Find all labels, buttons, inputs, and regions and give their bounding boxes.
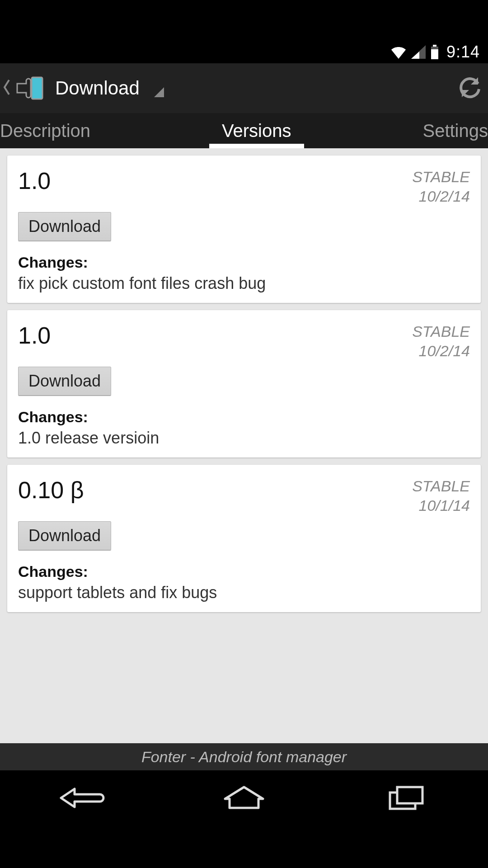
cell-signal-icon (411, 45, 426, 59)
wifi-icon (390, 45, 407, 59)
tab-versions[interactable]: Versions (104, 113, 409, 148)
status-clock: 9:14 (446, 42, 480, 61)
tab-bar: Description Versions Settings (0, 113, 488, 148)
refresh-icon (457, 94, 483, 101)
nav-recent-button[interactable] (373, 770, 441, 827)
tab-settings[interactable]: Settings (409, 113, 488, 148)
home-icon (221, 784, 267, 813)
nav-home-button[interactable] (210, 770, 278, 827)
battery-icon (430, 45, 439, 59)
tab-label: Versions (222, 121, 291, 141)
dropdown-indicator-icon (154, 87, 164, 97)
letterbox-bottom (0, 827, 488, 868)
changes-heading: Changes: (18, 408, 470, 426)
status-bar: 9:14 (0, 41, 488, 63)
version-card: 0.10 β STABLE 10/1/14 Download Changes: … (7, 465, 481, 612)
navigation-bar (0, 770, 488, 827)
back-icon (56, 784, 106, 813)
version-card: 1.0 STABLE 10/2/14 Download Changes: fix… (7, 156, 481, 303)
changes-heading: Changes: (18, 254, 470, 271)
up-button[interactable] (3, 74, 44, 103)
svg-rect-2 (431, 49, 438, 59)
changes-text: support tablets and fix bugs (18, 583, 470, 602)
download-button[interactable]: Download (18, 212, 111, 241)
version-name: 1.0 (18, 322, 51, 349)
changes-heading: Changes: (18, 563, 470, 580)
tab-label: Description (0, 121, 90, 141)
action-bar: Download (0, 63, 488, 113)
version-list[interactable]: 1.0 STABLE 10/2/14 Download Changes: fix… (0, 148, 488, 743)
svg-rect-0 (433, 45, 436, 47)
svg-rect-5 (397, 787, 422, 803)
title-spinner[interactable]: Download (55, 77, 164, 99)
version-name: 0.10 β (18, 476, 84, 504)
tab-description[interactable]: Description (0, 113, 104, 148)
version-channel: STABLE (412, 322, 470, 341)
action-bar-title: Download (55, 77, 140, 99)
version-card: 1.0 STABLE 10/2/14 Download Changes: 1.0… (7, 310, 481, 458)
nav-back-button[interactable] (47, 770, 115, 827)
version-date: 10/2/14 (412, 341, 470, 361)
svg-rect-3 (32, 77, 42, 99)
letterbox-top (0, 0, 488, 41)
footer-module-name: Fonter - Android font manager (0, 743, 488, 770)
changes-text: 1.0 release versioin (18, 429, 470, 448)
download-button[interactable]: Download (18, 367, 111, 396)
changes-text: fix pick custom font files crash bug (18, 274, 470, 293)
version-date: 10/2/14 (412, 187, 470, 206)
version-date: 10/1/14 (412, 496, 470, 515)
app-icon (15, 74, 44, 103)
version-channel: STABLE (412, 167, 470, 187)
version-name: 1.0 (18, 167, 51, 194)
chevron-left-icon (3, 78, 12, 98)
download-button[interactable]: Download (18, 521, 111, 550)
tab-label: Settings (422, 121, 488, 141)
recent-apps-icon (386, 784, 427, 813)
refresh-button[interactable] (457, 75, 483, 102)
version-channel: STABLE (412, 476, 470, 496)
